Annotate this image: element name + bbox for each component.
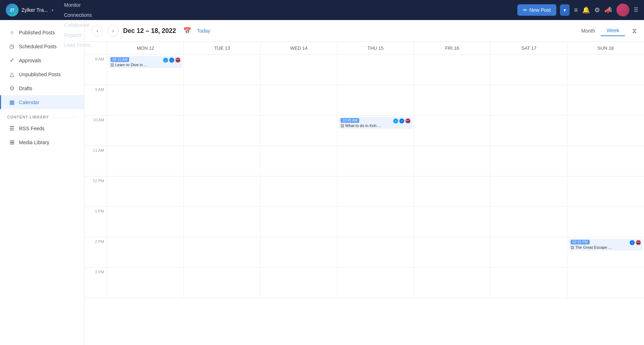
cal-cell-thu-7[interactable] (337, 268, 414, 298)
cal-cell-mon-7[interactable] (107, 268, 184, 298)
tw-social-icon: t (393, 118, 398, 123)
nav-item-reports[interactable]: Reports (59, 30, 97, 40)
cal-cell-fri-7[interactable] (414, 268, 491, 298)
cal-cell-sat-7[interactable] (491, 268, 567, 298)
today-button[interactable]: Today (197, 28, 210, 34)
cal-cell-wed-1[interactable] (261, 85, 337, 115)
megaphone-icon[interactable]: 📣 (604, 6, 612, 14)
cal-cell-thu-5[interactable] (337, 207, 414, 237)
post-title: 🖼 What to do in Koh ... (341, 123, 410, 128)
cal-cell-fri-5[interactable] (414, 207, 491, 237)
post-time-badge: 10:48 AM (341, 118, 359, 123)
sidebar-item-rss-feeds[interactable]: ☰ RSS Feeds (0, 121, 84, 135)
cal-cell-sat-4[interactable] (491, 176, 567, 206)
cal-cell-fri-3[interactable] (414, 146, 491, 176)
cal-cell-sun-0[interactable] (567, 55, 644, 85)
nav-item-connections[interactable]: Connections (59, 10, 97, 20)
time-label: 11 AM (84, 146, 107, 176)
nav-item-lead-forms[interactable]: Lead Forms (59, 40, 97, 50)
cal-cell-sat-5[interactable] (491, 207, 567, 237)
week-view-button[interactable]: Week (601, 25, 625, 36)
sidebar-item-calendar[interactable]: ▦ Calendar (0, 95, 84, 109)
menu-icon[interactable]: ≡ (574, 6, 578, 14)
cal-cell-wed-6[interactable] (261, 237, 337, 267)
cal-cell-sat-0[interactable] (491, 55, 567, 85)
cal-cell-fri-1[interactable] (414, 85, 491, 115)
cal-cell-tue-3[interactable] (184, 146, 260, 176)
filter-icon[interactable]: ⧖ (632, 27, 637, 35)
cal-cell-thu-4[interactable] (337, 176, 414, 206)
user-avatar[interactable] (616, 4, 629, 16)
nav-item-monitor[interactable]: Monitor (59, 0, 97, 10)
calendar-days-header: MON 12TUE 13WED 14THU 15FRI 16SAT 17SUN … (84, 42, 644, 55)
cal-cell-sat-3[interactable] (491, 146, 567, 176)
cal-cell-sat-2[interactable] (491, 116, 567, 146)
edit-icon: ✏ (523, 7, 527, 13)
calendar-grid: MON 12TUE 13WED 14THU 15FRI 16SAT 17SUN … (84, 42, 644, 345)
nav-item-collaborate[interactable]: Collaborate (59, 20, 97, 30)
cal-cell-thu-0[interactable] (337, 55, 414, 85)
sidebar-item-drafts[interactable]: ⊙ Drafts (0, 81, 84, 95)
time-label: 3 PM (84, 268, 107, 298)
cal-cell-mon-6[interactable] (107, 237, 184, 267)
notification-bell-icon[interactable]: 🔔 (582, 6, 590, 14)
cal-cell-sat-6[interactable] (491, 237, 567, 267)
cal-cell-sun-5[interactable] (567, 207, 644, 237)
unpublished-posts-label: Unpublished Posts (19, 72, 61, 77)
post-event-sun[interactable]: 02:20 PM f📷 🖼 The Great Escape ... (569, 239, 643, 251)
cal-cell-tue-0[interactable] (184, 55, 260, 85)
cal-cell-thu-6[interactable] (337, 237, 414, 267)
ig-social-icon: 📷 (405, 118, 410, 123)
cal-cell-wed-2[interactable] (261, 116, 337, 146)
cal-cell-mon-5[interactable] (107, 207, 184, 237)
cal-cell-thu-1[interactable] (337, 85, 414, 115)
cal-cell-sun-4[interactable] (567, 176, 644, 206)
cal-cell-fri-2[interactable] (414, 116, 491, 146)
cal-cell-fri-0[interactable] (414, 55, 491, 85)
cal-cell-sun-7[interactable] (567, 268, 644, 298)
apps-grid-icon[interactable]: ⠿ (634, 6, 638, 14)
sidebar-item-unpublished-posts[interactable]: △ Unpublished Posts (0, 67, 84, 81)
cal-cell-tue-2[interactable] (184, 116, 260, 146)
cal-cell-thu-2[interactable]: 10:48 AM tf📷 🖼 What to do in Koh ... (337, 116, 414, 146)
settings-gear-icon[interactable]: ⚙ (594, 6, 600, 14)
brand-logo[interactable]: ZT Zylker Tra... ▾ (6, 4, 53, 16)
calendar-picker-icon[interactable]: 📅 (183, 27, 191, 35)
cal-cell-sun-1[interactable] (567, 85, 644, 115)
cal-cell-sun-2[interactable] (567, 116, 644, 146)
cal-cell-wed-3[interactable] (261, 146, 337, 176)
cal-cell-sun-6[interactable]: 02:20 PM f📷 🖼 The Great Escape ... (567, 237, 644, 267)
post-event-thu[interactable]: 10:48 AM tf📷 🖼 What to do in Koh ... (339, 117, 412, 129)
new-post-button[interactable]: ✏ New Post (517, 4, 557, 16)
cal-cell-fri-6[interactable] (414, 237, 491, 267)
next-week-button[interactable]: › (107, 25, 119, 37)
cal-cell-mon-4[interactable] (107, 176, 184, 206)
post-event-mon[interactable]: 08:15 AM tf📷 🖼 Learn to Dive in ... (109, 56, 182, 68)
cal-cell-wed-7[interactable] (261, 268, 337, 298)
cal-cell-tue-7[interactable] (184, 268, 260, 298)
cal-cell-tue-4[interactable] (184, 176, 260, 206)
cal-cell-mon-1[interactable] (107, 85, 184, 115)
cal-cell-mon-3[interactable] (107, 146, 184, 176)
cal-cell-mon-0[interactable]: 08:15 AM tf📷 🖼 Learn to Dive in ... (107, 55, 184, 85)
sidebar-item-approvals[interactable]: ✓ Approvals (0, 53, 84, 67)
calendar-body: 8 AM 08:15 AM tf📷 🖼 Learn to Dive in ...… (84, 55, 644, 345)
time-row-10-am: 10 AM 10:48 AM tf📷 🖼 What to do in Koh .… (84, 116, 644, 146)
new-post-dropdown-button[interactable]: ▾ (560, 4, 570, 16)
cal-cell-wed-0[interactable] (261, 55, 337, 85)
cal-cell-tue-5[interactable] (184, 207, 260, 237)
sidebar-item-media-library[interactable]: ⊞ Media Library (0, 135, 84, 149)
post-image-icon: 🖼 (111, 63, 114, 67)
cal-cell-wed-5[interactable] (261, 207, 337, 237)
cal-cell-wed-4[interactable] (261, 176, 337, 206)
cal-cell-sat-1[interactable] (491, 85, 567, 115)
brand-icon: ZT (6, 4, 19, 16)
cal-cell-mon-2[interactable] (107, 116, 184, 146)
cal-cell-tue-1[interactable] (184, 85, 260, 115)
month-view-button[interactable]: Month (576, 25, 601, 36)
cal-cell-tue-6[interactable] (184, 237, 260, 267)
cal-cell-thu-3[interactable] (337, 146, 414, 176)
cal-cell-fri-4[interactable] (414, 176, 491, 206)
cal-cell-sun-3[interactable] (567, 146, 644, 176)
brand-chevron-icon: ▾ (52, 8, 53, 12)
